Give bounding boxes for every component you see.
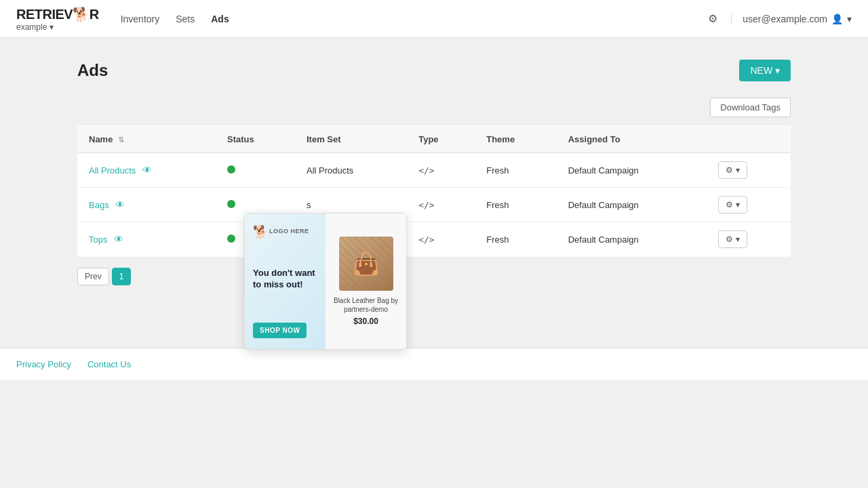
status-dot-active-tops — [227, 235, 235, 243]
page-header: Ads NEW ▾ — [77, 60, 791, 81]
popup-product-price: $30.00 — [353, 317, 378, 326]
code-type-icon-tops: </> — [418, 235, 434, 245]
user-menu[interactable]: user@example.com 👤 ▾ — [731, 14, 852, 24]
code-type-icon: </> — [418, 165, 434, 176]
row-action-cell: ⚙ ▾ — [707, 153, 790, 188]
col-status: Status — [216, 126, 296, 153]
popup-logo-text: LOGO HERE — [269, 228, 309, 235]
footer-contact-link[interactable]: Contact Us — [87, 359, 131, 369]
settings-button[interactable]: ⚙ — [705, 9, 720, 28]
popup-tagline: You don't want to miss out! — [253, 268, 317, 291]
row-assigned-cell: Default Campaign — [557, 188, 708, 222]
row-action-cell: ⚙ ▾ — [707, 222, 790, 257]
col-theme: Theme — [475, 126, 557, 153]
nav-sets[interactable]: Sets — [176, 11, 195, 27]
page-title: Ads — [77, 61, 108, 80]
row-theme-cell: Fresh — [475, 188, 557, 222]
table-row: Bags 👁 s </> Fresh Default Campaign ⚙ ▾ — [78, 188, 791, 222]
status-dot-active-bags — [227, 200, 235, 208]
ad-name-link-all-products[interactable]: All Products — [89, 165, 136, 176]
prev-page-button[interactable]: Prev — [77, 268, 109, 285]
popup-ad-right: Black Leather Bag by partners-demo $30.0… — [326, 214, 406, 349]
popup-product-name: Black Leather Bag by partners-demo — [331, 296, 401, 314]
row-action-cell: ⚙ ▾ — [707, 188, 790, 222]
table-row: All Products 👁 All Products </> Fresh De… — [78, 153, 791, 188]
footer-privacy-link[interactable]: Privacy Policy — [16, 359, 71, 369]
row-type-cell: </> — [408, 188, 475, 222]
brand-sub[interactable]: example ▾ — [16, 22, 99, 32]
ad-preview-popup: 🐕 LOGO HERE You don't want to miss out! … — [244, 213, 407, 350]
col-name: Name ⇅ — [78, 126, 217, 153]
user-email: user@example.com — [743, 14, 827, 24]
footer: Privacy Policy Contact Us — [0, 348, 868, 380]
user-avatar-icon: 👤 — [831, 14, 843, 24]
row-name-cell: Tops 👁 — [78, 222, 217, 257]
code-type-icon-bags: </> — [418, 200, 434, 210]
preview-eye-icon-bags[interactable]: 👁 — [115, 199, 125, 210]
new-button[interactable]: NEW ▾ — [739, 60, 791, 81]
preview-eye-icon[interactable]: 👁 — [142, 165, 152, 176]
toolbar: Download Tags — [77, 98, 791, 117]
table-header: Name ⇅ Status Item Set Type Theme Assign… — [78, 126, 791, 153]
col-type: Type — [408, 126, 475, 153]
row-item-set-cell: All Products — [296, 153, 408, 188]
status-dot-active — [227, 165, 235, 174]
popup-cta-button[interactable]: SHOP NOW — [253, 323, 307, 338]
brand: RETRIEV🐕R example ▾ — [16, 6, 99, 32]
nav-ads[interactable]: Ads — [211, 11, 229, 27]
nav-right: ⚙ user@example.com 👤 ▾ — [705, 9, 852, 28]
sort-name-icon[interactable]: ⇅ — [118, 136, 124, 144]
row-theme-cell: Fresh — [475, 222, 557, 257]
ads-table: Name ⇅ Status Item Set Type Theme Assign… — [77, 125, 791, 257]
table-row: Tops 👁 s </> Fresh Default Campaign ⚙ ▾ — [78, 222, 791, 257]
user-dropdown-icon: ▾ — [847, 14, 852, 24]
page-1-button[interactable]: 1 — [112, 268, 132, 285]
popup-logo-icon: 🐕 — [253, 224, 267, 238]
nav-inventory[interactable]: Inventory — [121, 11, 160, 27]
row-type-cell: </> — [408, 153, 475, 188]
row-assigned-cell: Default Campaign — [557, 153, 708, 188]
row-type-cell: </> — [408, 222, 475, 257]
col-assigned-to: Assigned To — [557, 126, 708, 153]
row-name-cell: All Products 👁 — [78, 153, 217, 188]
row-gear-button-1[interactable]: ⚙ ▾ — [718, 196, 747, 214]
main-content: Ads NEW ▾ Download Tags Name ⇅ Status It… — [61, 38, 807, 307]
pagination: Prev 1 — [77, 268, 791, 285]
row-gear-button-2[interactable]: ⚙ ▾ — [718, 230, 747, 248]
nav-links: Inventory Sets Ads — [121, 11, 706, 27]
popup-ad-inner: 🐕 LOGO HERE You don't want to miss out! … — [245, 214, 406, 349]
table-header-row: Name ⇅ Status Item Set Type Theme Assign… — [78, 126, 791, 153]
row-status-cell — [216, 153, 296, 188]
download-tags-button[interactable]: Download Tags — [710, 98, 791, 117]
row-name-cell: Bags 👁 — [78, 188, 217, 222]
brand-logo: RETRIEV🐕R — [16, 6, 99, 22]
preview-eye-icon-tops[interactable]: 👁 — [114, 234, 123, 245]
col-actions — [707, 126, 790, 153]
popup-ad-left: 🐕 LOGO HERE You don't want to miss out! … — [245, 214, 326, 349]
row-theme-cell: Fresh — [475, 153, 557, 188]
table-body: All Products 👁 All Products </> Fresh De… — [78, 153, 791, 257]
navbar: RETRIEV🐕R example ▾ Inventory Sets Ads ⚙… — [0, 0, 868, 38]
row-gear-button-0[interactable]: ⚙ ▾ — [718, 161, 747, 179]
ad-name-link-bags[interactable]: Bags — [89, 200, 109, 210]
row-assigned-cell: Default Campaign — [557, 222, 708, 257]
popup-product-image — [339, 237, 393, 291]
brand-logo-accent: 🐕 — [73, 7, 90, 22]
popup-logo-area: 🐕 LOGO HERE — [253, 224, 317, 238]
ad-name-link-tops[interactable]: Tops — [89, 235, 107, 245]
col-item-set: Item Set — [296, 126, 408, 153]
